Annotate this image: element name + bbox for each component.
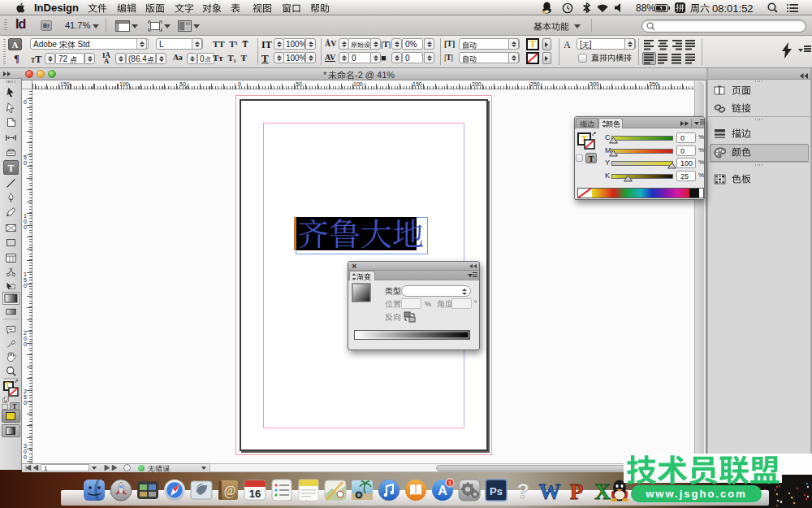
svg-text:P: P [570, 480, 584, 502]
svg-text:16: 16 [249, 488, 261, 500]
svg-text:1: 1 [448, 480, 452, 487]
svg-text:T: T [7, 163, 14, 173]
svg-text:@: @ [224, 484, 236, 498]
svg-text:Ps: Ps [490, 485, 503, 497]
svg-text:W: W [539, 480, 561, 502]
svg-text:A: A [438, 484, 447, 497]
svg-text:?: ? [516, 479, 529, 502]
